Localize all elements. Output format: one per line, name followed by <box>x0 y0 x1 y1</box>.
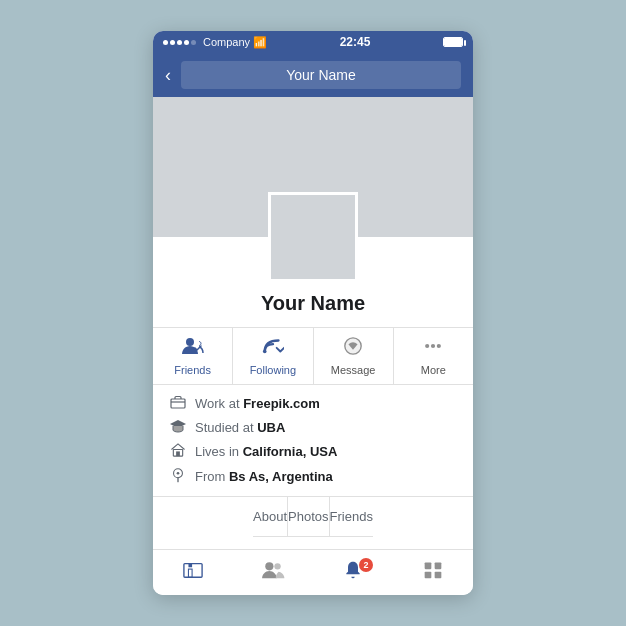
bottom-menu[interactable] <box>393 560 473 585</box>
bottom-notifications[interactable]: 2 <box>313 560 393 585</box>
message-icon <box>342 336 364 361</box>
action-buttons: Friends Following <box>153 327 473 385</box>
from-info-row: From Bs As, Argentina <box>169 467 457 486</box>
home-info-row: Lives in California, USA <box>169 443 457 460</box>
svg-rect-11 <box>176 451 180 456</box>
work-icon <box>169 395 187 412</box>
bottom-nav: 2 <box>153 549 473 595</box>
more-label: More <box>421 364 446 376</box>
status-bar: Company 📶 22:45 <box>153 31 473 53</box>
friends-icon <box>182 336 204 361</box>
svg-point-18 <box>274 563 280 569</box>
lives-text: Lives in California, USA <box>195 444 337 459</box>
friends-nav-icon <box>261 560 285 585</box>
profile-section: Your Name Friends <box>153 237 473 549</box>
svg-point-2 <box>263 350 267 354</box>
following-label: Following <box>250 364 296 376</box>
wifi-icon: 📶 <box>253 36 267 49</box>
pin-icon <box>169 467 187 486</box>
study-icon <box>169 419 187 436</box>
bottom-home[interactable] <box>153 560 233 585</box>
svg-point-5 <box>431 344 435 348</box>
friends-label: Friends <box>174 364 211 376</box>
following-button[interactable]: Following <box>233 328 313 384</box>
more-icon <box>422 336 444 361</box>
svg-rect-20 <box>435 563 442 570</box>
signal-dots <box>163 40 196 45</box>
tab-about[interactable]: About <box>253 497 288 536</box>
svg-rect-16 <box>188 569 192 577</box>
info-section: Work at Freepik.com Studied at UBA Lives… <box>153 385 473 497</box>
menu-nav-icon <box>422 560 444 585</box>
more-button[interactable]: More <box>394 328 473 384</box>
work-text: Work at Freepik.com <box>195 396 320 411</box>
tab-friends[interactable]: Friends <box>330 497 373 536</box>
profile-name: Your Name <box>261 292 365 315</box>
study-text: Studied at UBA <box>195 420 285 435</box>
svg-point-0 <box>186 338 194 346</box>
status-right <box>443 37 463 47</box>
svg-point-17 <box>265 562 273 570</box>
profile-tabs: About Photos Friends <box>253 497 373 537</box>
message-label: Message <box>331 364 376 376</box>
bottom-friends[interactable] <box>233 560 313 585</box>
svg-rect-14 <box>184 564 202 578</box>
nav-title-box: Your Name <box>181 61 461 89</box>
tab-photos[interactable]: Photos <box>288 497 329 536</box>
status-left: Company 📶 <box>163 36 267 49</box>
svg-rect-7 <box>171 399 185 408</box>
friends-button[interactable]: Friends <box>153 328 233 384</box>
carrier-label: Company <box>203 36 250 48</box>
nav-bar: ‹ Your Name <box>153 53 473 97</box>
time-display: 22:45 <box>340 35 371 49</box>
battery-icon <box>443 37 463 47</box>
svg-rect-22 <box>435 572 442 579</box>
svg-rect-21 <box>425 572 432 579</box>
svg-point-13 <box>177 472 180 475</box>
svg-point-4 <box>425 344 429 348</box>
work-info-row: Work at Freepik.com <box>169 395 457 412</box>
profile-avatar <box>268 192 358 282</box>
svg-point-6 <box>437 344 441 348</box>
study-info-row: Studied at UBA <box>169 419 457 436</box>
from-text: From Bs As, Argentina <box>195 469 333 484</box>
notification-badge: 2 <box>359 558 373 572</box>
home-nav-icon <box>182 560 204 585</box>
back-button[interactable]: ‹ <box>165 65 171 86</box>
svg-rect-19 <box>425 563 432 570</box>
svg-rect-15 <box>188 564 192 568</box>
phone-frame: Company 📶 22:45 ‹ Your Name Your Name <box>153 31 473 595</box>
nav-title: Your Name <box>286 67 356 83</box>
following-icon <box>262 336 284 361</box>
message-button[interactable]: Message <box>314 328 394 384</box>
home-icon <box>169 443 187 460</box>
